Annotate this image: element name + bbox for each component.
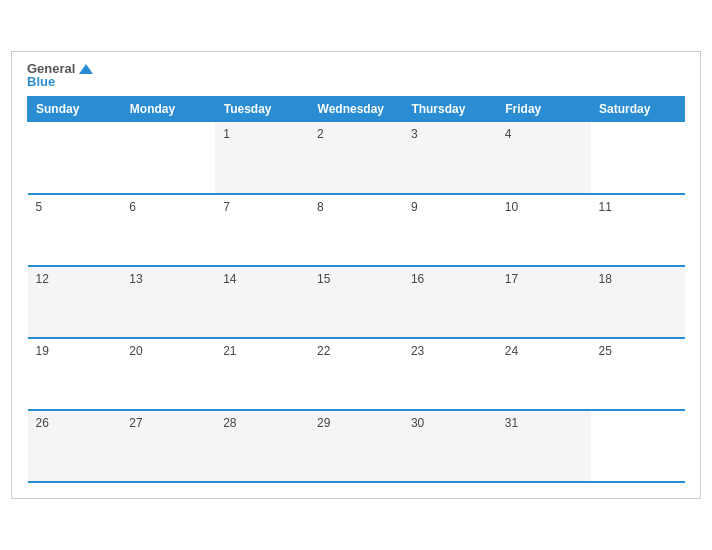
day-number: 5	[36, 200, 43, 214]
day-number: 4	[505, 127, 512, 141]
day-number: 3	[411, 127, 418, 141]
calendar-header: General Blue	[27, 62, 685, 88]
day-number: 29	[317, 416, 330, 430]
calendar-cell: 29	[309, 410, 403, 482]
calendar-cell: 26	[28, 410, 122, 482]
day-number: 15	[317, 272, 330, 286]
calendar: General Blue SundayMondayTuesdayWednesda…	[11, 51, 701, 499]
weekday-thursday: Thursday	[403, 97, 497, 122]
day-number: 14	[223, 272, 236, 286]
calendar-cell: 24	[497, 338, 591, 410]
logo-triangle-icon	[79, 64, 93, 74]
calendar-cell: 7	[215, 194, 309, 266]
calendar-cell: 1	[215, 122, 309, 194]
calendar-cell: 31	[497, 410, 591, 482]
logo-blue-text: Blue	[27, 75, 93, 88]
day-number: 9	[411, 200, 418, 214]
weekday-saturday: Saturday	[591, 97, 685, 122]
day-number: 23	[411, 344, 424, 358]
weekday-sunday: Sunday	[28, 97, 122, 122]
calendar-cell: 10	[497, 194, 591, 266]
calendar-cell: 22	[309, 338, 403, 410]
day-number: 8	[317, 200, 324, 214]
week-row-2: 567891011	[28, 194, 685, 266]
calendar-cell: 17	[497, 266, 591, 338]
calendar-cell: 15	[309, 266, 403, 338]
calendar-cell: 19	[28, 338, 122, 410]
calendar-cell: 8	[309, 194, 403, 266]
day-number: 25	[599, 344, 612, 358]
day-number: 12	[36, 272, 49, 286]
calendar-cell: 2	[309, 122, 403, 194]
weekday-tuesday: Tuesday	[215, 97, 309, 122]
day-number: 13	[129, 272, 142, 286]
calendar-cell	[591, 410, 685, 482]
weekday-monday: Monday	[121, 97, 215, 122]
day-number: 16	[411, 272, 424, 286]
calendar-cell: 23	[403, 338, 497, 410]
calendar-cell: 4	[497, 122, 591, 194]
day-number: 7	[223, 200, 230, 214]
day-number: 22	[317, 344, 330, 358]
calendar-cell: 27	[121, 410, 215, 482]
week-row-1: 1234	[28, 122, 685, 194]
day-number: 26	[36, 416, 49, 430]
calendar-cell: 18	[591, 266, 685, 338]
day-number: 6	[129, 200, 136, 214]
calendar-table: SundayMondayTuesdayWednesdayThursdayFrid…	[27, 96, 685, 483]
calendar-cell: 5	[28, 194, 122, 266]
day-number: 30	[411, 416, 424, 430]
logo: General Blue	[27, 62, 93, 88]
calendar-cell: 28	[215, 410, 309, 482]
calendar-cell: 6	[121, 194, 215, 266]
weekday-wednesday: Wednesday	[309, 97, 403, 122]
day-number: 27	[129, 416, 142, 430]
day-number: 20	[129, 344, 142, 358]
week-row-5: 262728293031	[28, 410, 685, 482]
calendar-cell: 16	[403, 266, 497, 338]
day-number: 17	[505, 272, 518, 286]
calendar-cell: 13	[121, 266, 215, 338]
day-number: 2	[317, 127, 324, 141]
day-number: 21	[223, 344, 236, 358]
calendar-cell: 3	[403, 122, 497, 194]
day-number: 19	[36, 344, 49, 358]
day-number: 31	[505, 416, 518, 430]
weekday-friday: Friday	[497, 97, 591, 122]
calendar-cell: 21	[215, 338, 309, 410]
calendar-cell	[28, 122, 122, 194]
weekday-header-row: SundayMondayTuesdayWednesdayThursdayFrid…	[28, 97, 685, 122]
calendar-cell: 20	[121, 338, 215, 410]
calendar-cell: 30	[403, 410, 497, 482]
calendar-cell: 11	[591, 194, 685, 266]
day-number: 24	[505, 344, 518, 358]
calendar-cell: 9	[403, 194, 497, 266]
day-number: 28	[223, 416, 236, 430]
calendar-cell	[121, 122, 215, 194]
calendar-cell: 12	[28, 266, 122, 338]
day-number: 18	[599, 272, 612, 286]
calendar-cell: 25	[591, 338, 685, 410]
day-number: 10	[505, 200, 518, 214]
day-number: 1	[223, 127, 230, 141]
calendar-cell	[591, 122, 685, 194]
week-row-4: 19202122232425	[28, 338, 685, 410]
week-row-3: 12131415161718	[28, 266, 685, 338]
day-number: 11	[599, 200, 612, 214]
calendar-cell: 14	[215, 266, 309, 338]
